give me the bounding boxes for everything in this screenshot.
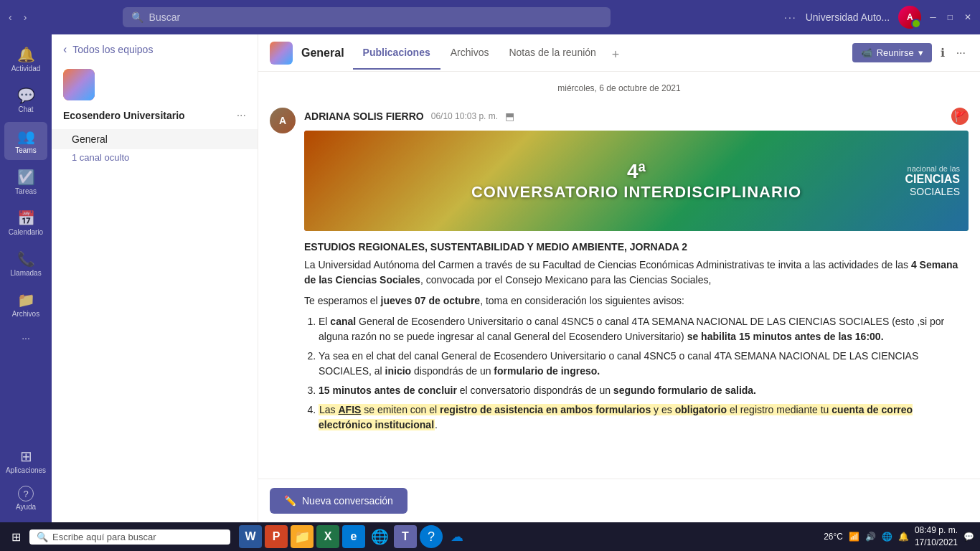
chevron-down-icon: ▾: [918, 47, 923, 58]
channel-more-options[interactable]: ···: [953, 44, 969, 62]
taskbar-app-chrome[interactable]: 🌐: [368, 525, 391, 548]
taskbar-search-placeholder: Escribe aquí para buscar: [52, 532, 156, 542]
taskbar-search-icon: 🔍: [37, 532, 48, 542]
back-button[interactable]: ‹: [9, 11, 12, 23]
date-divider: miércoles, 6 de octubre de 2021: [258, 72, 980, 99]
channel-tabs: Publicaciones Archivos Notas de la reuni…: [353, 37, 626, 70]
sidebar-item-teams[interactable]: 👥 Teams: [4, 122, 47, 160]
close-button[interactable]: ✕: [964, 12, 971, 22]
share-icon[interactable]: ⬒: [505, 110, 514, 122]
team-item: [52, 65, 258, 105]
sidebar-item-ayuda[interactable]: ? Ayuda: [4, 480, 47, 517]
sidebar-item-chat[interactable]: 💬 Chat: [4, 81, 47, 119]
channel-hidden[interactable]: 1 canal oculto: [52, 149, 258, 166]
teams-icon: 👥: [17, 128, 35, 145]
team-logo: [63, 69, 95, 100]
info-icon[interactable]: ℹ: [938, 43, 948, 62]
taskbar-app-word[interactable]: W: [239, 525, 262, 548]
new-conversation-button[interactable]: ✏️ Nueva conversación: [270, 488, 407, 514]
search-input[interactable]: [149, 11, 602, 23]
taskbar-notification-icon[interactable]: 🔔: [898, 532, 909, 542]
search-icon: 🔍: [131, 11, 143, 23]
post-body: ADRIANA SOLIS FIERRO 06/10 10:03 p. m. ⬒…: [304, 108, 969, 437]
back-to-teams[interactable]: ‹ Todos los equipos: [52, 34, 258, 65]
user-avatar[interactable]: A: [898, 6, 921, 29]
post-intro-text: La Universidad Autónoma del Carmen a tra…: [304, 259, 911, 270]
sidebar-item-archivos[interactable]: 📁 Archivos: [4, 286, 47, 324]
taskbar-temperature: 26°C: [824, 532, 843, 542]
post-author-avatar: A: [270, 108, 296, 133]
sidebar-item-llamadas[interactable]: 📞 Llamadas: [4, 245, 47, 283]
taskbar-app-teams[interactable]: T: [394, 525, 417, 548]
taskbar-app-edge[interactable]: e: [342, 525, 365, 548]
team-name: Ecosendero Universitario: [63, 110, 185, 121]
tareas-icon: ☑️: [17, 169, 35, 186]
taskbar-volume-icon: 🔊: [865, 532, 876, 542]
header-actions: 📹 Reunirse ▾ ℹ ···: [852, 43, 969, 62]
activity-icon: 🔔: [17, 46, 35, 63]
list-item-4: Las AFIS se emiten con el registro de as…: [319, 402, 969, 433]
maximize-button[interactable]: □: [948, 12, 953, 22]
sidebar: 🔔 Actividad 💬 Chat 👥 Teams ☑️ Tareas 📅 C…: [0, 34, 52, 522]
teams-panel: ‹ Todos los equipos Ecosendero Universit…: [52, 34, 258, 522]
sidebar-item-aplicaciones[interactable]: ⊞ Aplicaciones: [4, 442, 47, 480]
taskbar-search[interactable]: 🔍 Escribe aquí para buscar: [29, 529, 230, 545]
new-conversation-area: ✏️ Nueva conversación: [258, 479, 980, 522]
taskbar-app-excel[interactable]: X: [316, 525, 339, 548]
main-layout: 🔔 Actividad 💬 Chat 👥 Teams ☑️ Tareas 📅 C…: [0, 34, 980, 522]
channel-icon: [270, 42, 293, 65]
more-options[interactable]: ···: [784, 11, 797, 23]
channel-icon-image: [270, 42, 293, 65]
post-banner: 4ª CONVERSATORIO INTERDISCIPLINARIO naci…: [304, 131, 969, 231]
minimize-button[interactable]: ─: [930, 12, 936, 22]
taskbar-network-icon: 🌐: [882, 532, 892, 542]
taskbar-app-files[interactable]: 📁: [291, 525, 314, 548]
post-item: A ADRIANA SOLIS FIERRO 06/10 10:03 p. m.…: [258, 99, 980, 446]
banner-number: 4ª: [471, 160, 801, 183]
aplicaciones-icon: ⊞: [20, 448, 32, 465]
search-bar[interactable]: 🔍: [123, 7, 611, 27]
reunirse-button[interactable]: 📹 Reunirse ▾: [852, 43, 932, 62]
list-item-2: Ya sea en el chat del canal General de E…: [319, 349, 969, 379]
all-teams-label: Todos los equipos: [72, 44, 153, 55]
taskbar-apps: W P 📁 X e 🌐 T ? ☁: [239, 525, 468, 548]
team-logo-image: [63, 69, 95, 100]
sidebar-item-mas[interactable]: ···: [4, 326, 47, 349]
sidebar-label-chat: Chat: [18, 105, 33, 113]
banner-subtitle-more: SOCIALES: [905, 186, 960, 197]
taskbar-wifi-icon: 📶: [849, 532, 859, 542]
team-more-options[interactable]: ···: [237, 109, 246, 122]
post-content: ESTUDIOS REGIONALES, SUSTENTABILIDAD Y M…: [304, 240, 969, 433]
taskbar-app-help[interactable]: ?: [420, 525, 443, 548]
channel-general[interactable]: General: [52, 129, 258, 149]
taskbar-notification-center[interactable]: 💬: [963, 532, 974, 542]
post-intro: La Universidad Autónoma del Carmen a tra…: [304, 258, 969, 288]
taskbar-app-cloud[interactable]: ☁: [446, 525, 468, 548]
tab-add-button[interactable]: +: [606, 40, 626, 70]
tab-notas-reunion[interactable]: Notas de la reunión: [499, 37, 606, 70]
archivos-icon: 📁: [17, 291, 35, 309]
sidebar-item-tareas[interactable]: ☑️ Tareas: [4, 163, 47, 201]
channel-list: General 1 canal oculto: [52, 126, 258, 169]
sidebar-item-actividad[interactable]: 🔔 Actividad: [4, 40, 47, 78]
windows-start-button[interactable]: ⊞: [6, 527, 27, 547]
feed-area[interactable]: miércoles, 6 de octubre de 2021 A ADRIAN…: [258, 72, 980, 479]
sidebar-label-llamadas: Llamadas: [10, 269, 41, 277]
post-date: 06/10 10:03 p. m.: [431, 111, 498, 121]
post-intro-rest: , convocada por el Consejo Mexicano para…: [420, 274, 711, 286]
forward-button[interactable]: ›: [24, 11, 27, 23]
sidebar-item-calendario[interactable]: 📅 Calendario: [4, 204, 47, 242]
sidebar-label-archivos: Archivos: [12, 310, 39, 318]
list-item-1: El canal General de Ecosendero Universit…: [319, 314, 969, 344]
flag-icon[interactable]: 🚩: [951, 108, 969, 125]
banner-subtitle-right: CIENCIAS: [905, 173, 960, 186]
taskbar-time: 08:49 p. m. 17/10/2021: [915, 524, 958, 549]
taskbar-app-powerpoint[interactable]: P: [265, 525, 288, 548]
sidebar-label-actividad: Actividad: [11, 65, 41, 72]
banner-subtitle-left: nacional de las: [905, 164, 960, 173]
post-expect: Te esperamos el jueves 07 de octubre, to…: [304, 293, 969, 309]
tab-archivos[interactable]: Archivos: [440, 37, 499, 70]
banner-title: CONVERSATORIO INTERDISCIPLINARIO: [471, 183, 801, 202]
tab-publicaciones[interactable]: Publicaciones: [353, 37, 440, 70]
university-name: Universidad Auto...: [806, 11, 890, 23]
